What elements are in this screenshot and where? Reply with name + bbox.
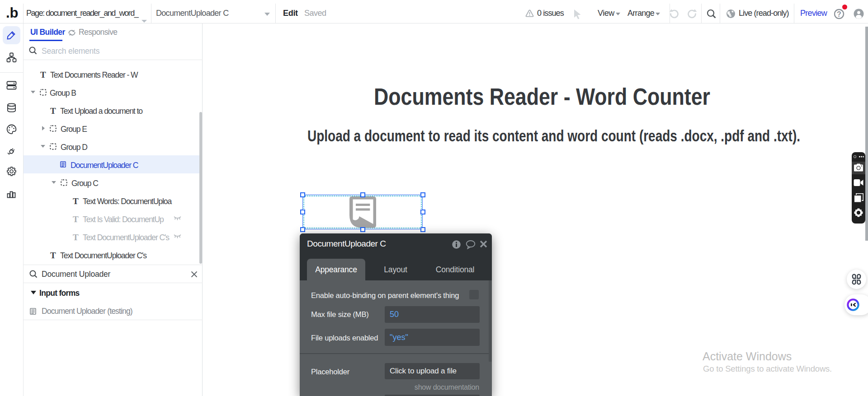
svg-text:?: ? xyxy=(837,10,841,18)
svg-text:Upload a document to read its: Upload a document to read its content an… xyxy=(307,127,800,144)
svg-text:Documents Reader - Word Counte: Documents Reader - Word Counter xyxy=(374,84,710,110)
